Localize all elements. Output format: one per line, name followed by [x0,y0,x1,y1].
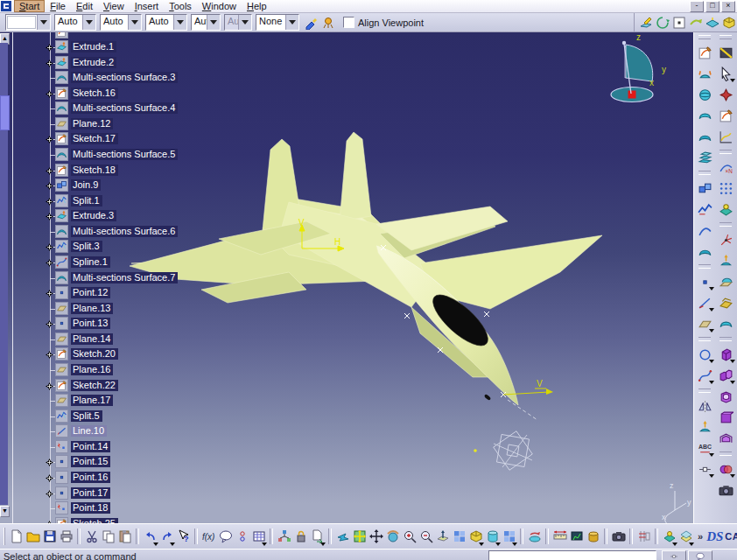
tree-item-Multi-sections Surface.5[interactable]: Multi-sections Surface.5 [12,148,257,162]
tree-item-Plane.13[interactable]: Plane.13 [12,302,257,316]
fly-mode-button[interactable] [334,526,351,547]
styling-sweep-button[interactable] [695,43,714,62]
layer-combo[interactable]: None [256,14,299,31]
paste-button[interactable] [116,526,133,547]
tree-expander-icon[interactable] [46,59,54,67]
compass[interactable]: z y x [611,32,666,102]
tree-expander-icon[interactable] [46,289,54,298]
save-button[interactable] [41,526,58,547]
sphere-surface-button[interactable] [695,85,714,104]
tree-expander-icon[interactable] [46,135,54,144]
tree-expander-icon[interactable] [46,458,54,466]
tree-item-Sketch.18[interactable]: Sketch.18 [12,164,257,178]
tree-item-Point.15[interactable]: Point.15 [12,455,257,469]
menu-view[interactable]: View [98,1,130,11]
tree-item-Plane.12[interactable]: Plane.12 [12,117,257,131]
toolbar-overflow-chevron[interactable]: » [694,531,706,542]
knowledge-prompt-button[interactable] [688,550,712,560]
tree-label[interactable]: Plane.13 [71,303,113,314]
line-type-dropdown-arrow[interactable] [128,15,141,30]
lock-document-button[interactable] [292,526,309,547]
3d-viewport[interactable]: V H V [12,32,694,523]
scrollbar-track[interactable] [0,43,8,505]
isometric-cube-button[interactable] [720,13,737,32]
zoom-in-button[interactable] [401,526,418,547]
tree-item-Multi-sections Surface.3[interactable]: Multi-sections Surface.3 [12,71,257,85]
measure-between-button[interactable] [551,526,568,547]
tree-label[interactable]: Plane.12 [71,118,113,130]
tree-label[interactable]: Multi-sections Surface.3 [71,72,178,83]
tree-item-Point.18[interactable]: Point.18 [12,501,257,515]
design-table-button[interactable] [250,526,267,547]
formula-button[interactable]: f(x) [200,526,217,547]
grid-points-button[interactable] [716,178,735,198]
tree-label[interactable]: Sketch.20 [71,348,118,360]
tree-item-Sketch.25[interactable]: Sketch.25 [12,517,257,523]
tree-label[interactable]: Extrude.2 [71,57,116,68]
menu-help[interactable]: Help [242,1,272,11]
tree-label[interactable]: Line.10 [71,425,107,437]
tree-item-clipped[interactable] [12,32,257,39]
thick-surface-button[interactable] [716,429,735,448]
tree-label[interactable]: Plane.17 [71,395,113,406]
capture-button[interactable] [610,526,627,547]
link-manager-button[interactable] [234,526,250,547]
measure-item-button[interactable] [568,526,585,547]
tree-item-Sketch.20[interactable]: Sketch.20 [12,347,257,361]
tree-label[interactable]: Sketch.25 [71,518,118,523]
point-symbol-combo[interactable]: Auto [191,14,221,31]
tree-label[interactable]: Point.18 [71,502,110,514]
line-weight-combo[interactable]: Auto [145,14,187,31]
menu-tools[interactable]: Tools [164,1,197,11]
knowledge-comment-button[interactable] [217,526,234,547]
pan-button[interactable] [368,526,384,547]
shell-solid-button[interactable] [716,387,735,406]
zoom-out-button[interactable] [418,526,434,547]
law-editor-button[interactable]: ×N [716,158,735,177]
tree-item-Line.10[interactable]: Line.10 [12,424,257,438]
multi-sections-surface-button[interactable] [695,148,714,167]
tree-expander-icon[interactable] [46,181,54,190]
point-button[interactable] [695,272,714,291]
tree-expander-icon[interactable] [46,382,54,390]
rendering-capture-button[interactable] [716,480,735,500]
tree-label[interactable]: Point.16 [71,472,110,483]
line-color-combo[interactable]: Auto [54,14,96,31]
line-weight-dropdown-arrow[interactable] [173,15,186,30]
menu-insert[interactable]: Insert [130,1,165,11]
tree-expander-icon[interactable] [46,520,54,523]
fill-surface-button[interactable] [695,127,714,146]
isometric-view-button[interactable] [467,526,484,547]
tree-label[interactable]: Sketch.16 [71,88,118,99]
revolve-surface-button[interactable] [695,64,714,83]
redo-button[interactable] [158,526,175,547]
whats-this-button[interactable]: ? [175,526,192,547]
centered-view-button[interactable] [670,13,687,32]
power-input-field[interactable] [488,550,656,560]
tree-item-Split.5[interactable]: Split.5 [12,410,257,424]
view-mode-button[interactable] [501,526,517,547]
fit-all-in-button[interactable] [351,526,368,547]
app-icon[interactable] [1,1,11,11]
turntable-button[interactable] [526,526,543,547]
tree-item-Spline.1[interactable]: Spline.1 [12,256,257,270]
sketch-wireframe[interactable] [494,431,533,471]
menu-start[interactable]: Start [14,0,45,12]
fill-color-combo[interactable] [5,14,51,31]
window-restore-button[interactable]: □ [705,1,719,12]
face-analysis-button[interactable] [716,200,735,219]
tree-label[interactable]: Point.12 [71,287,110,298]
menu-window[interactable]: Window [197,1,242,11]
scrollbar-thumb[interactable] [0,95,10,130]
tree-expander-icon[interactable] [46,212,54,220]
tree-label[interactable]: Plane.16 [71,364,113,375]
tree-item-Extrude.1[interactable]: Extrude.1 [12,40,257,54]
tree-item-Extrude.2[interactable]: Extrude.2 [12,56,257,70]
cut-button[interactable] [83,526,100,547]
tree-expander-icon[interactable] [46,197,54,206]
report-generation-button[interactable] [309,526,326,547]
tree-label[interactable]: Multi-sections Surface.4 [71,102,178,114]
tree-expander-icon[interactable] [46,242,54,251]
tree-item-Multi-sections Surface.7[interactable]: Multi-sections Surface.7 [12,271,257,285]
tree-item-Extrude.3[interactable]: Extrude.3 [12,209,257,223]
